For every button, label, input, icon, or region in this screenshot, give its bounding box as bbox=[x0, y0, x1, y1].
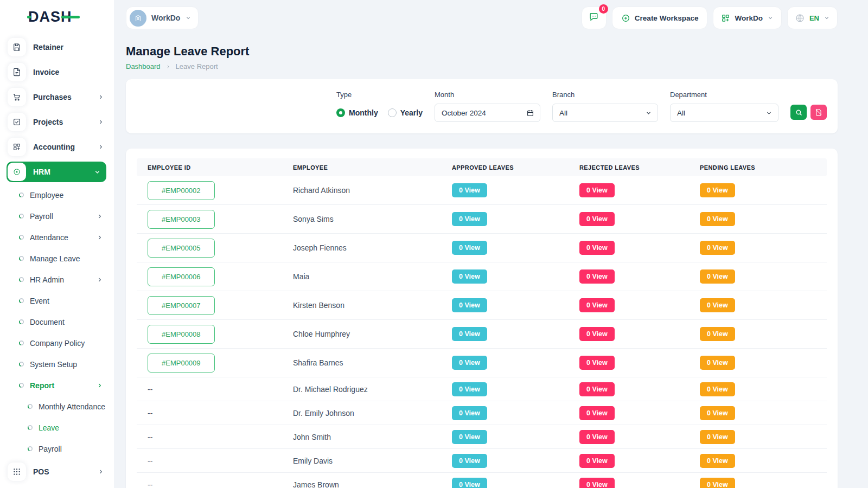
employee-name: Richard Atkinson bbox=[293, 186, 350, 195]
approved-leaves-view-button[interactable]: 0 View bbox=[452, 327, 487, 341]
chevron-right-icon bbox=[98, 144, 104, 150]
employee-id-badge[interactable]: #EMP00002 bbox=[148, 181, 215, 200]
sidebar-item-monthly-attendance[interactable]: Monthly Attendance bbox=[0, 396, 114, 417]
sidebar-item-company-policy[interactable]: Company Policy bbox=[0, 332, 114, 354]
rejected-leaves-view-button[interactable]: 0 View bbox=[579, 406, 615, 420]
sidebar-item-retainer[interactable]: Retainer bbox=[0, 35, 114, 60]
employee-name: James Brown bbox=[293, 480, 339, 488]
sidebar-item-label: Payroll bbox=[39, 445, 103, 453]
table-row: --Emily Davis0 View0 View0 View bbox=[137, 449, 827, 473]
pending-leaves-view-button[interactable]: 0 View bbox=[700, 212, 735, 226]
chevron-down-icon bbox=[767, 15, 774, 21]
rejected-leaves-view-button[interactable]: 0 View bbox=[579, 269, 615, 284]
rejected-leaves-view-button[interactable]: 0 View bbox=[579, 356, 615, 370]
pending-leaves-view-button[interactable]: 0 View bbox=[700, 298, 735, 312]
pending-leaves-view-button[interactable]: 0 View bbox=[700, 454, 735, 468]
pending-leaves-view-button[interactable]: 0 View bbox=[700, 241, 735, 255]
chevron-down-icon bbox=[765, 110, 773, 117]
sidebar-item-payroll[interactable]: Payroll bbox=[0, 438, 114, 459]
approved-leaves-view-button[interactable]: 0 View bbox=[452, 478, 487, 488]
employee-id-badge[interactable]: #EMP00005 bbox=[148, 239, 215, 258]
app-menu-button[interactable]: WorkDo bbox=[713, 7, 782, 29]
chevron-down-icon bbox=[824, 15, 830, 21]
radio-yearly[interactable]: Yearly bbox=[388, 108, 423, 117]
sidebar-item-employee[interactable]: Employee bbox=[0, 184, 114, 206]
rejected-leaves-view-button[interactable]: 0 View bbox=[579, 298, 615, 312]
sidebar-item-system-setup[interactable]: System Setup bbox=[0, 354, 114, 375]
rejected-leaves-view-button[interactable]: 0 View bbox=[579, 478, 615, 488]
rejected-leaves-view-button[interactable]: 0 View bbox=[579, 183, 615, 197]
approved-leaves-view-button[interactable]: 0 View bbox=[452, 298, 487, 312]
employee-id-badge[interactable]: #EMP00009 bbox=[148, 354, 215, 373]
language-selector[interactable]: EN bbox=[787, 7, 838, 29]
employee-name: Chloe Humphrey bbox=[293, 330, 350, 338]
branch-select[interactable]: All bbox=[552, 104, 658, 122]
rejected-leaves-view-button[interactable]: 0 View bbox=[579, 382, 615, 396]
sidebar-item-pos[interactable]: POS bbox=[0, 459, 114, 484]
department-select[interactable]: All bbox=[670, 104, 778, 122]
reset-filter-button[interactable] bbox=[810, 105, 827, 120]
sidebar-item-label: Company Policy bbox=[30, 339, 103, 348]
sidebar-item-event[interactable]: Event bbox=[0, 290, 114, 311]
breadcrumb-current: Leave Report bbox=[176, 62, 218, 70]
table-row: --John Smith0 View0 View0 View bbox=[137, 425, 827, 449]
approved-leaves-view-button[interactable]: 0 View bbox=[452, 382, 487, 396]
rejected-leaves-view-button[interactable]: 0 View bbox=[579, 430, 615, 444]
rejected-leaves-view-button[interactable]: 0 View bbox=[579, 327, 615, 341]
employee-id-badge[interactable]: #EMP00006 bbox=[148, 267, 215, 286]
pending-leaves-view-button[interactable]: 0 View bbox=[700, 183, 735, 197]
branch-label: Branch bbox=[552, 91, 658, 99]
create-workspace-button[interactable]: Create Workspace bbox=[612, 7, 708, 29]
rejected-leaves-view-button[interactable]: 0 View bbox=[579, 454, 615, 468]
pending-leaves-view-button[interactable]: 0 View bbox=[700, 382, 735, 396]
pending-leaves-view-button[interactable]: 0 View bbox=[700, 430, 735, 444]
approved-leaves-view-button[interactable]: 0 View bbox=[452, 241, 487, 255]
bullet-circle-icon bbox=[18, 255, 24, 261]
employee-id-badge[interactable]: #EMP00007 bbox=[148, 296, 215, 315]
pending-leaves-view-button[interactable]: 0 View bbox=[700, 269, 735, 284]
sidebar-item-projects[interactable]: Projects bbox=[0, 110, 114, 134]
pending-leaves-view-button[interactable]: 0 View bbox=[700, 327, 735, 341]
chevron-down-icon bbox=[645, 110, 652, 117]
pending-leaves-view-button[interactable]: 0 View bbox=[700, 356, 735, 370]
col-approved-leaves: APPROVED LEAVES bbox=[441, 164, 569, 171]
radio-monthly[interactable]: Monthly bbox=[336, 108, 378, 117]
sidebar-item-purchases[interactable]: Purchases bbox=[0, 85, 114, 110]
messages-count-badge: 0 bbox=[599, 4, 608, 14]
sidebar-item-accounting[interactable]: Accounting bbox=[0, 134, 114, 159]
col-employee: EMPLOYEE bbox=[282, 164, 441, 171]
sidebar-item-document[interactable]: Document bbox=[0, 311, 114, 332]
month-input[interactable]: October 2024 bbox=[435, 104, 540, 122]
sidebar-item-report[interactable]: Report bbox=[0, 375, 114, 396]
sidebar-item-manage-leave[interactable]: Manage Leave bbox=[0, 248, 114, 269]
approved-leaves-view-button[interactable]: 0 View bbox=[452, 406, 487, 420]
employee-name: Maia bbox=[293, 272, 309, 281]
sidebar-item-hrm[interactable]: HRM bbox=[7, 162, 106, 182]
pending-leaves-view-button[interactable]: 0 View bbox=[700, 406, 735, 420]
sidebar-item-hr-admin[interactable]: HR Admin bbox=[0, 269, 114, 290]
employee-id-badge[interactable]: #EMP00008 bbox=[148, 325, 215, 344]
sidebar-item-invoice[interactable]: Invoice bbox=[0, 60, 114, 85]
invoice-icon bbox=[8, 63, 26, 81]
table-row: #EMP00005Joseph Fiennes0 View0 View0 Vie… bbox=[137, 234, 827, 262]
pending-leaves-view-button[interactable]: 0 View bbox=[700, 478, 735, 488]
sidebar-item-leave[interactable]: Leave bbox=[0, 417, 114, 438]
approved-leaves-view-button[interactable]: 0 View bbox=[452, 269, 487, 284]
approved-leaves-view-button[interactable]: 0 View bbox=[452, 212, 487, 226]
sidebar-item-payroll[interactable]: Payroll bbox=[0, 206, 114, 227]
approved-leaves-view-button[interactable]: 0 View bbox=[452, 356, 487, 370]
approved-leaves-view-button[interactable]: 0 View bbox=[452, 430, 487, 444]
workspace-switcher[interactable]: WorkDo bbox=[126, 7, 199, 29]
rejected-leaves-view-button[interactable]: 0 View bbox=[579, 212, 615, 226]
approved-leaves-view-button[interactable]: 0 View bbox=[452, 454, 487, 468]
approved-leaves-view-button[interactable]: 0 View bbox=[452, 183, 487, 197]
sidebar-item-attendance[interactable]: Attendance bbox=[0, 227, 114, 248]
messages-button[interactable]: 0 bbox=[582, 7, 607, 29]
employee-id-badge[interactable]: #EMP00003 bbox=[148, 210, 215, 229]
breadcrumb-dashboard-link[interactable]: Dashboard bbox=[126, 62, 161, 70]
rejected-leaves-view-button[interactable]: 0 View bbox=[579, 241, 615, 255]
app-logo[interactable]: DASH bbox=[0, 0, 114, 34]
chevron-right-icon bbox=[98, 468, 104, 475]
search-button[interactable] bbox=[790, 105, 807, 120]
table-row: --Dr. Emily Johnson0 View0 View0 View bbox=[137, 401, 827, 425]
